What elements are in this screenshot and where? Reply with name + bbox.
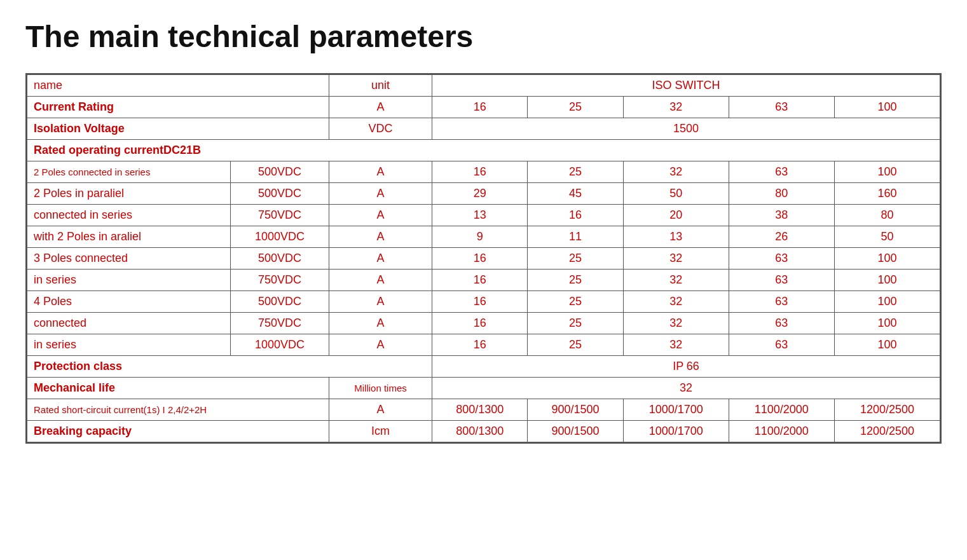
connected-series-750-unit: A [329,205,432,226]
v3: 1000/1700 [623,399,729,421]
section-header-row: Rated operating currentDC21B [27,140,940,161]
v3: 32 [623,291,729,313]
v2: 900/1500 [528,421,623,442]
connected-series-750-label: connected in series [27,205,231,226]
v5: 80 [834,205,940,226]
table-row: 4 Poles 500VDC A 16 25 32 63 100 [27,291,940,313]
v2: 900/1500 [528,399,623,421]
current-rating-v2: 25 [528,97,623,118]
2poles-series-500-unit: A [329,161,432,183]
col-iso-header: ISO SWITCH [432,75,940,97]
v4: 38 [729,205,834,226]
v2: 25 [528,270,623,291]
table-row: connected 750VDC A 16 25 32 63 100 [27,313,940,334]
v1: 16 [432,291,528,313]
v4: 63 [729,313,834,334]
in-series-750-label: in series [27,270,231,291]
parameters-table: name unit ISO SWITCH Current Rating A 16… [27,74,940,442]
with-2poles-araliel-voltage: 1000VDC [231,226,329,248]
table-row: Isolation Voltage VDC 1500 [27,118,940,140]
v1: 9 [432,226,528,248]
2poles-parallel-500-voltage: 500VDC [231,183,329,205]
current-rating-v5: 100 [834,97,940,118]
isolation-voltage-unit: VDC [329,118,432,140]
v2: 25 [528,248,623,270]
rated-short-circuit-unit: A [329,399,432,421]
4poles-500-voltage: 500VDC [231,291,329,313]
table-row: connected in series 750VDC A 13 16 20 38… [27,205,940,226]
protection-class-value: IP 66 [432,356,940,378]
current-rating-label: Current Rating [27,97,329,118]
mechanical-life-value: 32 [432,378,940,399]
table-row: Protection class IP 66 [27,356,940,378]
v5: 1200/2500 [834,421,940,442]
3poles-series-500-unit: A [329,248,432,270]
v4: 26 [729,226,834,248]
v5: 100 [834,334,940,356]
v1: 16 [432,313,528,334]
v5: 100 [834,248,940,270]
v5: 100 [834,313,940,334]
v5: 100 [834,291,940,313]
2poles-parallel-label: 2 Poles in paraliel [27,183,231,205]
v4: 63 [729,291,834,313]
4poles-1000-unit: A [329,334,432,356]
v5: 100 [834,161,940,183]
table-row: 3 Poles connected 500VDC A 16 25 32 63 1… [27,248,940,270]
v1: 800/1300 [432,399,528,421]
v3: 32 [623,161,729,183]
3poles-series-500-voltage: 500VDC [231,248,329,270]
current-rating-v4: 63 [729,97,834,118]
v3: 32 [623,334,729,356]
v5: 1200/2500 [834,399,940,421]
4poles-inseries-label: in series [27,334,231,356]
v3: 32 [623,248,729,270]
v4: 63 [729,161,834,183]
v1: 16 [432,334,528,356]
table-row: with 2 Poles in araliel 1000VDC A 9 11 1… [27,226,940,248]
v2: 25 [528,291,623,313]
current-rating-v1: 16 [432,97,528,118]
page-title: The main technical parameters [25,19,942,54]
main-table-container: name unit ISO SWITCH Current Rating A 16… [25,73,942,444]
v4: 1100/2000 [729,399,834,421]
table-row: Current Rating A 16 25 32 63 100 [27,97,940,118]
table-row: Rated short-circuit current(1s) I 2,4/2+… [27,399,940,421]
v3: 32 [623,313,729,334]
protection-class-label: Protection class [27,356,432,378]
v2: 45 [528,183,623,205]
v5: 50 [834,226,940,248]
with-2poles-araliel-unit: A [329,226,432,248]
isolation-voltage-value: 1500 [432,118,940,140]
v2: 25 [528,161,623,183]
v1: 16 [432,248,528,270]
table-row: in series 1000VDC A 16 25 32 63 100 [27,334,940,356]
in-series-750-voltage: 750VDC [231,270,329,291]
2poles-series-label: 2 Poles connected in series [27,161,231,183]
with-2poles-araliel-label: with 2 Poles in araliel [27,226,231,248]
v4: 80 [729,183,834,205]
table-row: in series 750VDC A 16 25 32 63 100 [27,270,940,291]
mechanical-life-label: Mechanical life [27,378,329,399]
v1: 800/1300 [432,421,528,442]
v3: 1000/1700 [623,421,729,442]
2poles-series-500-voltage: 500VDC [231,161,329,183]
breaking-capacity-unit: Icm [329,421,432,442]
v4: 63 [729,270,834,291]
rated-operating-label: Rated operating currentDC21B [27,140,940,161]
v4: 63 [729,334,834,356]
in-series-750-unit: A [329,270,432,291]
v1: 16 [432,270,528,291]
table-row: 2 Poles in paraliel 500VDC A 29 45 50 80… [27,183,940,205]
table-row: 2 Poles connected in series 500VDC A 16 … [27,161,940,183]
v2: 16 [528,205,623,226]
4poles-1000-voltage: 1000VDC [231,334,329,356]
isolation-voltage-label: Isolation Voltage [27,118,329,140]
v4: 1100/2000 [729,421,834,442]
v3: 20 [623,205,729,226]
4poles-750-unit: A [329,313,432,334]
rated-short-circuit-label: Rated short-circuit current(1s) I 2,4/2+… [27,399,329,421]
v5: 160 [834,183,940,205]
v5: 100 [834,270,940,291]
v3: 50 [623,183,729,205]
